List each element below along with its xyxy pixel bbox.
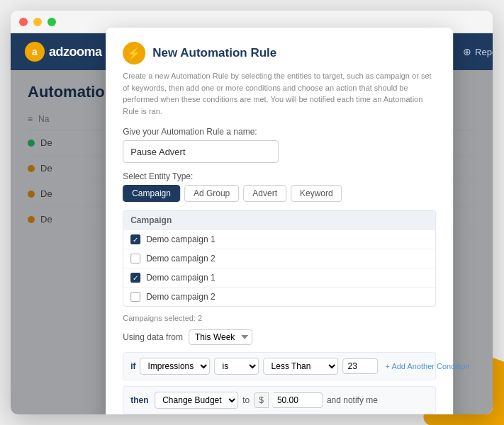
- campaign-checkbox-4[interactable]: [130, 292, 140, 302]
- entity-label: Select Entity Type:: [123, 171, 436, 181]
- logo-icon: a: [25, 42, 45, 62]
- action-type-select[interactable]: Change Budget Pause Enable: [155, 392, 238, 409]
- modal-icon: ⚡: [123, 42, 145, 64]
- campaign-label-1: Demo campaign 1: [146, 234, 215, 244]
- condition-type-select[interactable]: Less Than Greater Than Equal To: [264, 358, 339, 375]
- campaign-label-4: Demo campaign 2: [146, 292, 215, 302]
- new-automation-modal: ⚡ New Automation Rule Create a new Autom…: [106, 28, 453, 414]
- campaign-checkbox-1[interactable]: ✓: [130, 234, 140, 244]
- action-row: then Change Budget Pause Enable to $ and…: [123, 386, 436, 414]
- action-amount-input[interactable]: [273, 392, 323, 408]
- if-label: if: [130, 361, 135, 371]
- operator-select[interactable]: is is not: [215, 358, 259, 375]
- campaign-row-1[interactable]: ✓ Demo campaign 1: [123, 230, 435, 249]
- automation-name-input[interactable]: [123, 140, 279, 163]
- minimize-dot[interactable]: [33, 18, 42, 26]
- campaign-selection-table: Campaign ✓ Demo campaign 1 Demo campaign…: [123, 210, 436, 307]
- campaign-row-2[interactable]: Demo campaign 2: [123, 249, 435, 268]
- logo-text: adzooma: [49, 45, 102, 60]
- logo[interactable]: a adzooma: [25, 42, 102, 62]
- entity-btn-adgroup[interactable]: Ad Group: [184, 185, 239, 202]
- campaign-row-4[interactable]: Demo campaign 2: [123, 287, 435, 306]
- main-content: Automation ≡ Na De De De De: [11, 70, 493, 414]
- to-label: to: [242, 395, 250, 405]
- close-dot[interactable]: [19, 18, 28, 26]
- nav-item-reports[interactable]: ⊕ Reports: [454, 42, 493, 62]
- lightning-icon: ⚡: [127, 47, 141, 60]
- maximize-dot[interactable]: [47, 18, 56, 26]
- data-from-label: Using data from: [123, 332, 183, 342]
- campaign-table-header: Campaign: [123, 211, 435, 230]
- reports-icon: ⊕: [463, 46, 471, 57]
- modal-header: ⚡ New Automation Rule: [123, 42, 436, 64]
- then-label: then: [130, 395, 150, 405]
- campaigns-selected-count: Campaigns selected: 2: [123, 314, 436, 322]
- campaign-checkbox-3[interactable]: ✓: [130, 273, 140, 283]
- modal-description: Create a new Automation Rule by selectin…: [123, 70, 436, 117]
- condition-row: if Impressions Clicks Cost is is not Les…: [123, 352, 436, 380]
- currency-symbol: $: [254, 392, 269, 408]
- name-label: Give your Automation Rule a name:: [123, 127, 436, 137]
- campaign-label-2: Demo campaign 2: [146, 254, 215, 264]
- condition-value-input[interactable]: [343, 358, 379, 374]
- campaign-row-3[interactable]: ✓ Demo campaign 1: [123, 268, 435, 287]
- nav-label-reports: Reports: [475, 47, 493, 57]
- modal-title: New Automation Rule: [152, 46, 276, 60]
- campaign-label-3: Demo campaign 1: [146, 273, 215, 283]
- entity-btn-campaign[interactable]: Campaign: [123, 185, 180, 202]
- entity-btn-advert[interactable]: Advert: [243, 185, 286, 202]
- notify-label: and notify me: [327, 395, 378, 405]
- campaign-checkbox-2[interactable]: [130, 254, 140, 264]
- entity-btn-keyword[interactable]: Keyword: [291, 185, 342, 202]
- entity-type-buttons: Campaign Ad Group Advert Keyword: [123, 185, 436, 202]
- data-from-select[interactable]: This Week Last Week This Month: [189, 329, 252, 345]
- add-condition-button[interactable]: + Add Another Condition: [386, 362, 470, 370]
- data-from-row: Using data from This Week Last Week This…: [123, 329, 436, 345]
- metric-select[interactable]: Impressions Clicks Cost: [140, 358, 211, 375]
- app-window: a adzooma ✓ Dashboard 🔧 Management ⊕ Opp…: [11, 11, 493, 414]
